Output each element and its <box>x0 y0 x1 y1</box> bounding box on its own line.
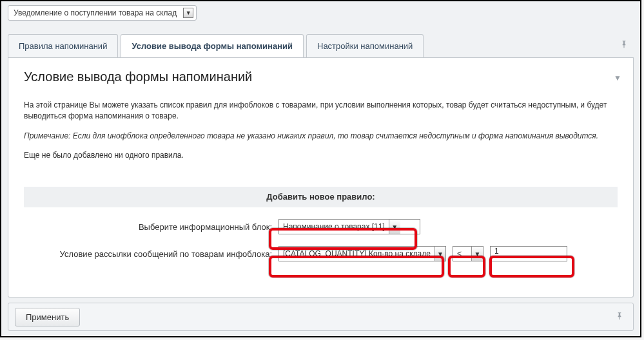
pin-icon[interactable] <box>614 33 634 57</box>
row-condition: Условие рассылки сообщений по товарам ин… <box>24 246 618 261</box>
module-select-value: Уведомление о поступлении товара на скла… <box>8 8 182 17</box>
tab-rules[interactable]: Правила напоминаний <box>8 34 118 57</box>
property-select[interactable]: [CATALOG_QUANTITY] Кол-во на складе ▼ <box>278 246 446 261</box>
chevron-down-icon: ▼ <box>471 247 483 261</box>
panel-description: На этой странице Вы можете указать списо… <box>24 100 618 161</box>
tab-conditions[interactable]: Условие вывода формы напоминаний <box>121 34 304 57</box>
footer-bar: Применить <box>8 303 634 331</box>
operator-select-value: < <box>453 249 471 258</box>
panel: ▼ Условие вывода формы напоминаний На эт… <box>8 58 634 298</box>
pin-icon[interactable] <box>612 312 627 323</box>
desc-paragraph-3: Еще не было добавлено ни одного правила. <box>24 150 618 161</box>
apply-button[interactable]: Применить <box>15 308 80 326</box>
add-rule-heading: Добавить новое правило: <box>24 187 618 207</box>
collapse-icon[interactable]: ▼ <box>614 73 621 82</box>
tab-settings[interactable]: Настройки напоминаний <box>306 34 424 57</box>
chevron-down-icon: ▼ <box>389 220 400 234</box>
condition-label: Условие рассылки сообщений по товарам ин… <box>24 249 278 259</box>
property-select-value: [CATALOG_QUANTITY] Кол-во на складе <box>279 249 434 258</box>
chevron-down-icon: ▼ <box>183 8 193 18</box>
iblock-select[interactable]: Напоминание о товарах [11] ▼ <box>278 219 420 234</box>
tabs-bar: Правила напоминаний Условие вывода формы… <box>8 33 634 58</box>
iblock-label: Выберите информационный блок: <box>24 222 278 232</box>
operator-select[interactable]: < ▼ <box>453 246 483 261</box>
iblock-select-value: Напоминание о товарах [11] <box>279 222 389 231</box>
app-frame: Уведомление о поступлении товара на скла… <box>0 0 641 337</box>
value-input[interactable]: 1 <box>490 246 567 261</box>
desc-paragraph-1: На этой странице Вы можете указать списо… <box>24 100 618 122</box>
desc-paragraph-note: Примечание: Если для инофблока определен… <box>24 131 618 142</box>
chevron-down-icon: ▼ <box>434 247 445 261</box>
row-iblock: Выберите информационный блок: Напоминани… <box>24 219 618 234</box>
panel-title: Условие вывода формы напоминаний <box>24 70 618 84</box>
module-select[interactable]: Уведомление о поступлении товара на скла… <box>8 5 197 21</box>
value-input-value: 1 <box>494 247 499 256</box>
